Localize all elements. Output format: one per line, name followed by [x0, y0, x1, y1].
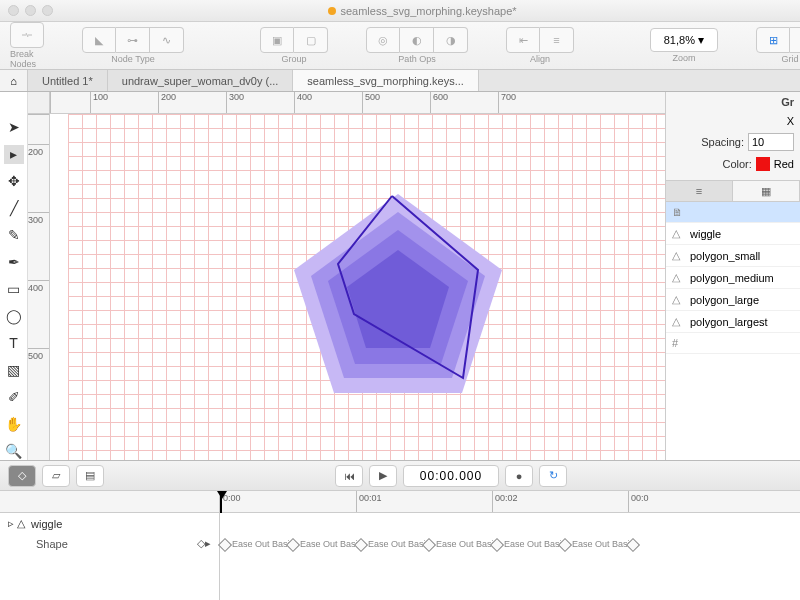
- easing-label: Ease Out Basic: [572, 539, 634, 549]
- align-left-button[interactable]: ⇤: [506, 27, 540, 53]
- path-intersect-button[interactable]: ◑: [434, 27, 468, 53]
- loop-button[interactable]: ↻: [539, 465, 567, 487]
- pointer-tool[interactable]: ➤: [4, 118, 24, 137]
- canvas-area[interactable]: 100 200 300 400 500 600 700 200 300 400 …: [28, 92, 665, 460]
- ellipse-tool[interactable]: ◯: [4, 306, 24, 325]
- pen-tool[interactable]: ✒: [4, 253, 24, 272]
- node-type-group: ◣ ⊶ ∿ Node Type: [82, 24, 184, 67]
- layer-polygon_small[interactable]: △polygon_small: [666, 245, 800, 267]
- play-button[interactable]: ▶: [369, 465, 397, 487]
- inspector-panel: Gr X Spacing: Color: Red ≡ ▦ 🗎△wiggle△po…: [665, 92, 800, 460]
- color-value: Red: [774, 158, 794, 170]
- document-title: seamless_svg_morphing.keyshape*: [53, 4, 792, 18]
- pentagon-artwork[interactable]: [68, 114, 665, 460]
- path-icon: △: [672, 315, 684, 328]
- zoom-tool[interactable]: 🔍: [4, 441, 24, 460]
- group-label: Group: [281, 54, 306, 64]
- easing-label: Ease Out Basic: [232, 539, 294, 549]
- align-center-button[interactable]: ≡: [540, 27, 574, 53]
- grid-toggle-button[interactable]: ⊞: [756, 27, 790, 53]
- pencil-tool[interactable]: ✎: [4, 226, 24, 245]
- timeline-layer-list: ▹ △ wiggle Shape ◇▸: [0, 513, 220, 600]
- home-button[interactable]: ⌂: [0, 70, 28, 91]
- playback-bar: ◇ ▱ ▤ ⏮ ▶ 00:00.000 ● ↻: [0, 460, 800, 490]
- easing-label: Ease Out Basic: [436, 539, 498, 549]
- break-nodes-button[interactable]: [10, 22, 44, 48]
- easing-label: Ease Out Basic: [368, 539, 430, 549]
- maximize-icon[interactable]: [42, 5, 53, 16]
- spacing-input[interactable]: [748, 133, 794, 151]
- layer-tree: 🗎△wiggle△polygon_small△polygon_medium△po…: [666, 202, 800, 460]
- node-corner-button[interactable]: ◣: [82, 27, 116, 53]
- close-icon[interactable]: [8, 5, 19, 16]
- rect-tool[interactable]: ▭: [4, 280, 24, 299]
- minimize-icon[interactable]: [25, 5, 36, 16]
- node-smooth-button[interactable]: ⊶: [116, 27, 150, 53]
- path-icon: △: [672, 293, 684, 306]
- timeline: 0:00 00:01 00:02 00:0 ▹ △ wiggle Shape ◇…: [0, 490, 800, 600]
- tab-undraw[interactable]: undraw_super_woman_dv0y (...: [108, 70, 294, 91]
- image-tool[interactable]: ▧: [4, 360, 24, 379]
- ruler-corner: [28, 92, 50, 114]
- layers-tab[interactable]: ≡: [666, 181, 733, 201]
- zoom-label: Zoom: [672, 53, 695, 63]
- window-controls: [8, 5, 53, 16]
- rotate-tool[interactable]: ✥: [4, 172, 24, 191]
- align-group: ⇤ ≡ Align: [506, 24, 574, 67]
- timeline-prop-shape[interactable]: Shape ◇▸: [0, 534, 219, 553]
- color-swatch[interactable]: [756, 157, 770, 171]
- record-button[interactable]: ●: [505, 465, 533, 487]
- hand-tool[interactable]: ✋: [4, 414, 24, 433]
- ungroup-button[interactable]: ▢: [294, 27, 328, 53]
- time-display[interactable]: 00:00.000: [403, 465, 499, 487]
- layer-document[interactable]: 🗎: [666, 202, 800, 223]
- break-nodes-label: Break Nodes: [10, 49, 44, 69]
- inspector-tabs: ≡ ▦: [666, 180, 800, 202]
- path-icon: △: [672, 249, 684, 262]
- layer-polygon_medium[interactable]: △polygon_medium: [666, 267, 800, 289]
- line-tool[interactable]: ╱: [4, 199, 24, 218]
- color-label: Color:: [672, 158, 752, 170]
- tab-seamless[interactable]: seamless_svg_morphing.keys...: [293, 70, 479, 91]
- grid-group: ⊞ ⊡ Grid: [756, 24, 800, 67]
- align-label: Align: [530, 54, 550, 64]
- grid-settings-button[interactable]: ⊡: [790, 27, 800, 53]
- zoom-dropdown[interactable]: 81,8% ▾: [650, 28, 718, 52]
- viewmode-button-2[interactable]: ▱: [42, 465, 70, 487]
- doc-icon: 🗎: [672, 206, 684, 218]
- path-union-button[interactable]: ◎: [366, 27, 400, 53]
- path-subtract-button[interactable]: ◐: [400, 27, 434, 53]
- timeline-ticks[interactable]: 0:00 00:01 00:02 00:0: [220, 491, 800, 512]
- zoom-group: 81,8% ▾ Zoom: [650, 24, 718, 67]
- group-button[interactable]: ▣: [260, 27, 294, 53]
- path-icon: △: [672, 271, 684, 284]
- x-label: X: [787, 115, 794, 127]
- eyedropper-tool[interactable]: ✐: [4, 387, 24, 406]
- text-tool[interactable]: T: [4, 333, 24, 352]
- x-row: X: [666, 112, 800, 130]
- node-auto-button[interactable]: ∿: [150, 27, 184, 53]
- modified-indicator-icon: [328, 7, 336, 15]
- easing-label: Ease Out Basic: [300, 539, 362, 549]
- skip-back-button[interactable]: ⏮: [335, 465, 363, 487]
- stage[interactable]: [50, 114, 665, 460]
- viewmode-button-1[interactable]: ◇: [8, 465, 36, 487]
- layer-polygon_large[interactable]: △polygon_large: [666, 289, 800, 311]
- direct-select-tool[interactable]: ▸: [4, 145, 24, 164]
- node-type-label: Node Type: [111, 54, 154, 64]
- layer-grid[interactable]: #: [666, 333, 800, 354]
- tab-untitled[interactable]: Untitled 1*: [28, 70, 108, 91]
- group-group: ▣ ▢ Group: [260, 24, 328, 67]
- viewmode-button-3[interactable]: ▤: [76, 465, 104, 487]
- timeline-ruler: 0:00 00:01 00:02 00:0: [0, 491, 800, 513]
- ruler-horizontal: 100 200 300 400 500 600 700: [50, 92, 665, 114]
- timeline-track[interactable]: Ease Out BasicEase Out BasicEase Out Bas…: [220, 513, 800, 600]
- assets-tab[interactable]: ▦: [733, 181, 800, 201]
- document-tab-bar: ⌂ Untitled 1* undraw_super_woman_dv0y (.…: [0, 70, 800, 92]
- grid-label: Grid: [781, 54, 798, 64]
- layer-wiggle[interactable]: △wiggle: [666, 223, 800, 245]
- layer-polygon_largest[interactable]: △polygon_largest: [666, 311, 800, 333]
- keyframe[interactable]: [218, 538, 232, 552]
- artboard[interactable]: [68, 114, 665, 460]
- timeline-layer-wiggle[interactable]: ▹ △ wiggle: [0, 513, 219, 534]
